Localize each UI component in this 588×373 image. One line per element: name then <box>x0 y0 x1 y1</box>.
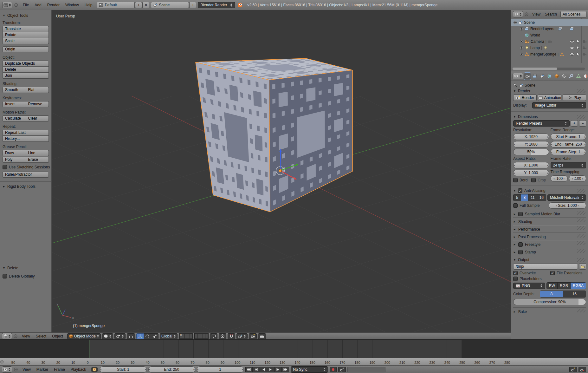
resolution-y-field[interactable]: ◂Y: 1080▸ <box>513 141 549 147</box>
current-frame-field[interactable]: ◂1▸ <box>197 366 244 373</box>
remap-new-field[interactable]: ◂:100▸ <box>569 175 586 182</box>
snap-toggle[interactable] <box>228 333 235 339</box>
display-select[interactable]: Image Editor <box>532 102 586 108</box>
translate-manipulator-button[interactable] <box>136 333 144 339</box>
aspect-y-field[interactable]: ◂Y: 1.000▸ <box>513 170 549 176</box>
jump-prev-keyframe-button[interactable] <box>253 367 260 372</box>
object-tools-panel-header[interactable]: ▼Object Tools <box>3 13 49 18</box>
auto-keyframe-record-button[interactable] <box>330 367 337 372</box>
insert-button[interactable]: Insert <box>3 101 26 107</box>
panel-checkbox[interactable] <box>518 250 523 254</box>
option-8[interactable]: 8 <box>521 194 529 201</box>
layer-3[interactable] <box>185 334 187 336</box>
tab-render[interactable] <box>524 73 531 80</box>
jump-next-keyframe-button[interactable] <box>275 367 282 372</box>
layer-9[interactable] <box>187 336 190 338</box>
manipulator-toggle[interactable] <box>127 333 135 339</box>
expander-icon[interactable] <box>513 21 517 24</box>
layers-group-1[interactable] <box>179 333 193 339</box>
poly-button[interactable]: Poly <box>3 157 26 163</box>
freestyle-panel-header[interactable]: ►Freestyle <box>513 240 586 248</box>
layer-5[interactable] <box>190 334 192 336</box>
history--button[interactable]: History... <box>3 136 49 142</box>
menu-marker[interactable]: Marker <box>34 367 51 372</box>
layer-18[interactable] <box>200 336 203 338</box>
menu-file[interactable]: File <box>20 3 32 7</box>
collapse-menus-icon[interactable] <box>14 3 18 7</box>
jump-to-end-button[interactable] <box>282 367 289 372</box>
antialiasing-checkbox[interactable] <box>518 188 522 193</box>
menu-help[interactable]: Help <box>82 3 95 7</box>
visibility-toggle-icon[interactable] <box>570 40 574 43</box>
menu-search[interactable]: Search <box>543 12 559 16</box>
aa-size-field[interactable]: ◂Size: 1.000▸ <box>549 202 586 209</box>
origin-button[interactable]: Origin <box>3 46 49 52</box>
panel-checkbox[interactable] <box>518 212 523 216</box>
layer-19[interactable] <box>203 336 205 338</box>
animation-button[interactable]: Animation <box>538 95 561 101</box>
renderability-toggle-icon[interactable] <box>582 40 587 43</box>
snap-element-select[interactable] <box>236 333 248 339</box>
outliner-item-mengersponge[interactable]: mengerSponge| <box>511 51 588 57</box>
outliner-filter-select[interactable]: All Scenes <box>560 11 586 17</box>
outliner-item-camera[interactable]: Camera| <box>511 38 588 45</box>
placeholders-checkbox[interactable]: Placeholders <box>513 277 586 281</box>
sampled-motion-blur-panel-header[interactable]: ►Sampled Motion Blur <box>513 210 586 218</box>
output-path-field[interactable]: /tmp/ <box>513 263 578 270</box>
layer-1[interactable] <box>180 334 182 336</box>
layer-17[interactable] <box>198 336 200 338</box>
viewport-shading-select[interactable] <box>102 333 113 339</box>
expander-icon[interactable] <box>520 52 523 56</box>
collapse-menus-icon[interactable] <box>524 12 529 16</box>
rotate-button[interactable]: Rotate <box>3 32 49 38</box>
collapse-menus-icon[interactable] <box>13 334 18 338</box>
layer-10[interactable] <box>190 336 192 338</box>
panel-checkbox[interactable] <box>518 242 523 247</box>
outliner-item-scene[interactable]: Scene <box>511 19 588 26</box>
compression-slider[interactable]: Compression: 90% <box>513 299 586 305</box>
add-preset-button[interactable]: + <box>571 120 578 127</box>
sync-mode-select[interactable]: No Sync <box>291 366 328 373</box>
ruler-protractor-button[interactable]: Ruler/Protractor <box>3 172 49 178</box>
tab-object[interactable] <box>553 73 560 80</box>
editor-type-3dview-button[interactable] <box>2 333 12 339</box>
option-bw[interactable]: BW <box>547 283 558 289</box>
proportional-edit-select[interactable] <box>219 333 226 339</box>
outliner-scrollbar[interactable] <box>513 68 585 70</box>
start-frame-field[interactable]: ◂Start: 1▸ <box>100 366 147 373</box>
layer-7[interactable] <box>182 336 184 338</box>
active-keying-set-field[interactable] <box>347 367 385 372</box>
tab-modifiers[interactable] <box>568 73 574 80</box>
option-16[interactable]: 16 <box>563 291 586 297</box>
resolution-percentage-slider[interactable]: 50% <box>513 149 549 155</box>
menu-select[interactable]: Select <box>33 334 49 338</box>
draw-button[interactable]: Draw <box>3 150 26 156</box>
insert-keyframes-button[interactable] <box>569 367 577 372</box>
scale-manipulator-button[interactable] <box>151 333 158 339</box>
menu-view[interactable]: View <box>19 334 33 338</box>
remove-preset-button[interactable]: − <box>579 120 586 127</box>
render-panel-header[interactable]: ▼Render <box>513 89 586 93</box>
smooth-button[interactable]: Smooth <box>3 87 26 93</box>
ruler-handle[interactable] <box>0 360 4 363</box>
editor-type-timeline-button[interactable] <box>2 366 12 373</box>
layer-12[interactable] <box>198 334 200 336</box>
post-processing-panel-header[interactable]: ►Post Processing <box>513 233 586 240</box>
tab-scene[interactable] <box>539 73 545 80</box>
delete-layout-button[interactable]: × <box>142 2 149 8</box>
tab-world[interactable] <box>546 73 552 80</box>
keying-set-icon-button[interactable] <box>338 367 346 372</box>
border-checkbox[interactable]: Bord <box>513 178 527 182</box>
output-panel-header[interactable]: ▼Output <box>513 258 586 262</box>
layers-group-2[interactable] <box>194 333 209 339</box>
full-sample-checkbox[interactable]: Full Sample <box>513 203 547 208</box>
tab-render-layers[interactable] <box>532 73 538 80</box>
menu-frame[interactable]: Frame <box>51 367 68 372</box>
tab-material[interactable] <box>583 73 588 80</box>
render-button[interactable]: Render <box>513 95 537 101</box>
start-frame-field[interactable]: ◂Start Frame: 1▸ <box>551 134 586 140</box>
use-sketching-sessions-checkbox[interactable]: Use Sketching Sessions <box>3 165 49 169</box>
expander-icon[interactable] <box>520 27 523 31</box>
option-rgb[interactable]: RGB <box>558 283 571 289</box>
editor-type-properties-button[interactable] <box>513 73 523 79</box>
